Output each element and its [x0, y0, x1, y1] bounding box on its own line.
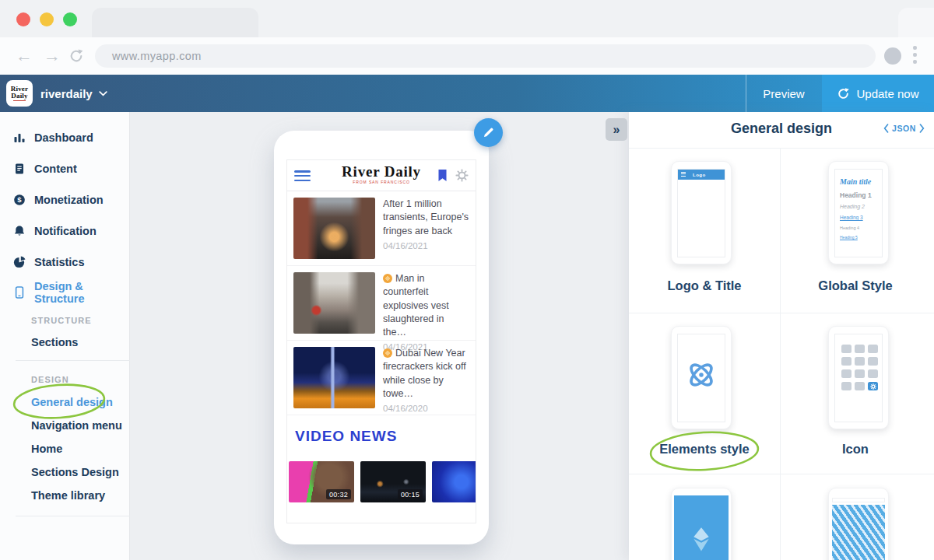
video-thumbnail[interactable]: 00:15 — [360, 461, 426, 502]
pencil-icon — [482, 126, 495, 139]
video-news-heading: VIDEO NEWS — [295, 428, 476, 445]
video-row: 00:32 00:15 — [287, 461, 476, 502]
sidebar-divider — [16, 360, 130, 361]
browser-tabstrip — [0, 0, 934, 37]
hamburger-menu-icon[interactable] — [294, 170, 311, 184]
browser-tab-partial[interactable] — [898, 8, 934, 37]
maximize-window-button[interactable] — [63, 12, 77, 26]
mini-icon-grid — [835, 334, 882, 390]
mini-gear-icon — [868, 382, 878, 390]
article-row[interactable]: Dubai New Year firecrackers kick off whi… — [287, 341, 476, 415]
profile-avatar[interactable] — [884, 47, 901, 65]
preview-button[interactable]: Preview — [746, 75, 822, 112]
sidebar: Dashboard Content $ Monetization Notific… — [0, 112, 130, 560]
app-logo[interactable]: River Daily — [6, 80, 33, 107]
card-elements-style[interactable] — [671, 326, 732, 429]
collapse-glyph: » — [613, 123, 620, 137]
sidebar-item-sections-design[interactable]: Sections Design — [31, 466, 119, 478]
settings-gear-icon[interactable] — [455, 169, 469, 185]
preview-label: Preview — [763, 87, 804, 100]
bookmark-icon[interactable] — [437, 169, 448, 185]
project-switcher[interactable]: riverdaily — [40, 75, 107, 112]
browser-tab[interactable] — [92, 8, 258, 37]
sync-icon — [837, 87, 850, 100]
card-label-icon[interactable]: Icon — [780, 442, 931, 457]
card-label-global-style[interactable]: Global Style — [780, 278, 931, 293]
collapse-panel-button[interactable]: » — [606, 118, 627, 141]
phone-app-header: River Daily FROM SAN FRANCISCO — [287, 160, 476, 191]
sidebar-item-content[interactable]: Content — [0, 153, 130, 184]
phone-mockup: River Daily FROM SAN FRANCISCO After 1 m… — [274, 131, 489, 544]
mini-stripe-topbar — [832, 498, 885, 502]
article-row[interactable]: Man in counterfeit explosives vest slaug… — [287, 266, 476, 341]
premium-badge-icon — [383, 348, 392, 358]
sidebar-item-sections[interactable]: Sections — [31, 336, 78, 348]
document-icon — [13, 163, 26, 175]
url-text: www.myapp.com — [112, 50, 202, 62]
app-topbar: River Daily riverdaily Preview Update no… — [0, 75, 934, 112]
card-logo-title[interactable]: Logo — [671, 161, 732, 264]
card-partial-stripes[interactable] — [828, 488, 889, 560]
mini-headings: Main title Heading 1 Heading 2 Heading 3… — [835, 170, 882, 240]
app-window: ← → www.myapp.com River Daily riverdaily… — [0, 0, 934, 560]
preview-canvas: » River Daily FROM SAN FRANCISCO — [130, 112, 629, 560]
edit-button[interactable] — [474, 118, 503, 147]
forward-icon[interactable]: → — [40, 44, 64, 68]
bar-chart-icon — [13, 131, 26, 144]
video-thumbnail[interactable] — [432, 461, 476, 502]
article-date: 04/16/2021 — [383, 241, 469, 250]
sidebar-item-label: Notification — [34, 225, 97, 237]
update-now-label: Update now — [856, 87, 918, 100]
url-bar[interactable]: www.myapp.com — [95, 44, 876, 68]
update-now-button[interactable]: Update now — [822, 75, 934, 112]
mini-solid-preview — [674, 495, 729, 560]
minimize-window-button[interactable] — [40, 12, 54, 26]
card-label-elements-style[interactable]: Elements style — [629, 442, 780, 457]
atom-icon — [684, 358, 718, 392]
card-label-logo-title[interactable]: Logo & Title — [629, 278, 780, 293]
mini-logo-header: Logo — [678, 170, 725, 180]
article-title: After 1 million transients, Europe's fri… — [383, 198, 469, 238]
article-title: Man in counterfeit explosives vest slaug… — [383, 272, 469, 339]
grid-divider-horizontal — [629, 474, 934, 474]
sidebar-item-general-design[interactable]: General design — [31, 396, 113, 408]
json-toggle-button[interactable]: JSON — [883, 124, 925, 133]
close-window-button[interactable] — [16, 12, 30, 26]
sidebar-item-label: Content — [34, 163, 77, 175]
sidebar-divider — [16, 516, 130, 516]
sidebar-item-label: Monetization — [34, 194, 104, 206]
video-duration: 00:15 — [398, 489, 423, 499]
article-thumbnail — [293, 347, 375, 408]
sidebar-item-navigation-menu[interactable]: Navigation menu — [31, 419, 122, 432]
grid-divider-vertical — [780, 148, 781, 560]
card-icon[interactable] — [828, 326, 889, 429]
article-row[interactable]: After 1 million transients, Europe's fri… — [287, 191, 476, 266]
smartphone-icon — [13, 286, 26, 299]
video-duration: 00:32 — [326, 489, 351, 499]
design-section-heading: DESIGN — [31, 375, 69, 384]
pie-chart-icon — [13, 256, 26, 268]
json-label: JSON — [892, 124, 916, 133]
sidebar-item-monetization[interactable]: $ Monetization — [0, 184, 130, 215]
browser-menu-icon[interactable] — [913, 46, 918, 66]
sidebar-item-home[interactable]: Home — [31, 443, 62, 455]
sidebar-item-statistics[interactable]: Statistics — [0, 247, 130, 278]
sidebar-item-label: Design & Structure — [34, 280, 130, 305]
article-thumbnail — [293, 272, 375, 334]
card-global-style[interactable]: Main title Heading 1 Heading 2 Heading 3… — [828, 161, 889, 264]
app-logo-line2: Daily — [11, 93, 28, 100]
video-thumbnail[interactable]: 00:32 — [289, 461, 354, 502]
card-partial-solid[interactable] — [671, 488, 732, 560]
refresh-icon[interactable] — [68, 48, 84, 64]
sidebar-item-design-structure[interactable]: Design & Structure — [0, 277, 130, 308]
sidebar-item-theme-library[interactable]: Theme library — [31, 489, 105, 502]
svg-text:$: $ — [17, 195, 22, 204]
sidebar-item-notification[interactable]: Notification — [0, 215, 130, 247]
sidebar-item-label: Dashboard — [34, 131, 93, 144]
chevron-down-icon — [99, 91, 107, 96]
back-icon[interactable]: ← — [12, 44, 36, 68]
mini-hamburger-icon — [681, 172, 686, 177]
article-date: 04/16/2020 — [383, 404, 469, 413]
chevron-right-icon — [919, 124, 925, 133]
sidebar-item-dashboard[interactable]: Dashboard — [0, 122, 130, 153]
